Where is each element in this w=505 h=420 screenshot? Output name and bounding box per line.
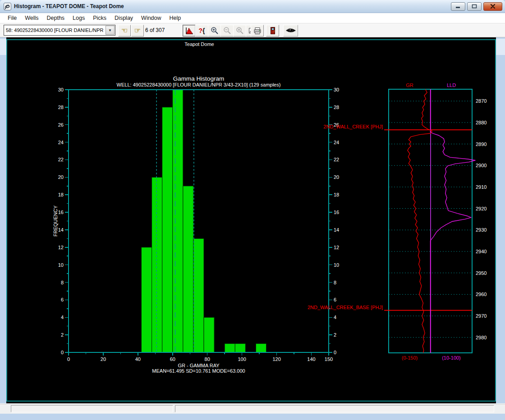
print-button[interactable] <box>251 25 264 37</box>
depth-label: 2920 <box>476 206 487 211</box>
lld-curve <box>431 89 476 353</box>
lld-scale-label: (10-100) <box>442 355 461 361</box>
app-icon <box>4 3 11 10</box>
menu-item-help[interactable]: Help <box>165 14 185 22</box>
zoom-in-button[interactable] <box>208 25 221 37</box>
y-tick-label-left: 14 <box>58 227 64 233</box>
pick-label: 2ND_WALL_CREEK [PHJ] <box>323 124 383 129</box>
y-tick-label-left: 28 <box>58 105 64 110</box>
close-button[interactable] <box>483 2 502 11</box>
window-frame-left <box>0 37 6 403</box>
x-tick-label: 150 <box>325 356 333 362</box>
pick-label: 2ND_WALL_CREEK_BASE [PHJ] <box>308 305 383 310</box>
histogram-plot-window: Teapot DomeGamma HistogramWELL: 49025228… <box>6 39 496 402</box>
y-tick-label-left: 24 <box>58 140 64 145</box>
histogram-button[interactable] <box>183 25 196 37</box>
y-tick-label-right: 14 <box>334 227 339 233</box>
depth-label: 2950 <box>476 270 487 276</box>
y-tick-label-left: 16 <box>58 210 64 215</box>
menu-item-wells[interactable]: Wells <box>21 14 42 22</box>
status-panel-left <box>11 405 173 412</box>
chevron-down-icon[interactable]: ▼ <box>106 26 115 35</box>
eye-icon <box>285 27 296 34</box>
histogram-bar <box>204 317 214 352</box>
histogram-bar <box>225 344 235 352</box>
menu-bar: FileWellsDepthsLogsPicksDisplayWindowHel… <box>0 13 505 23</box>
y-tick-label-left: 4 <box>61 315 64 320</box>
y-tick-label-left: 6 <box>61 297 64 302</box>
status-panel-right <box>175 405 494 412</box>
gr-curve <box>408 89 432 353</box>
query-pick-button[interactable]: ?{ <box>195 25 208 37</box>
histogram-bar <box>193 238 204 352</box>
chart-subtitle: WELL: 49025228430000 [FLOUR DANIEL/NPR 3… <box>117 82 281 87</box>
histogram-bar <box>162 107 173 352</box>
y-tick-label-left: 8 <box>61 280 64 285</box>
maximize-icon <box>472 4 477 9</box>
y-tick-label-left: 12 <box>58 245 64 250</box>
app-window: Histogram - TEAPOT DOME - Teapot Dome Fi… <box>0 0 505 420</box>
y-tick-label-right: 28 <box>334 105 339 110</box>
well-selector-value: 58: 49025228430000 [FLOUR DANIEL/NPR <box>4 27 106 33</box>
maximize-button[interactable] <box>467 2 482 11</box>
y-tick-label-right: 18 <box>334 192 339 197</box>
histogram-bar <box>256 344 266 352</box>
y-tick-label-left: 10 <box>58 262 64 268</box>
y-axis-label: FREQUENCY <box>53 205 58 237</box>
menu-item-file[interactable]: File <box>4 14 21 22</box>
view-button[interactable] <box>283 25 298 37</box>
y-tick-label-right: 22 <box>334 157 339 162</box>
y-tick-label-right: 24 <box>334 140 339 145</box>
y-tick-label-left: 22 <box>58 157 64 162</box>
x-tick-label: 120 <box>272 356 280 362</box>
y-tick-label-left: 20 <box>58 174 64 180</box>
menu-item-picks[interactable]: Picks <box>89 14 110 22</box>
zoom-out-button[interactable] <box>220 25 234 37</box>
x-tick-label: 0 <box>67 356 70 362</box>
next-well-hand-icon: ☞ <box>134 27 141 34</box>
exit-button[interactable] <box>266 25 279 37</box>
well-selector[interactable]: 58: 49025228430000 [FLOUR DANIEL/NPR ▼ <box>4 25 115 36</box>
histogram-bar <box>183 186 193 352</box>
minimize-button[interactable] <box>451 2 465 11</box>
close-icon <box>490 4 496 9</box>
y-tick-label-right: 12 <box>334 245 339 250</box>
window-frame-bottom <box>0 414 505 420</box>
x-axis-label: GR - GAMMA RAY <box>178 363 220 368</box>
lld-header: LLD <box>447 82 456 88</box>
menu-item-display[interactable]: Display <box>110 14 137 22</box>
mdi-client-area: Teapot DomeGamma HistogramWELL: 49025228… <box>6 37 496 403</box>
depth-label: 2980 <box>476 335 487 340</box>
status-bar <box>0 403 505 414</box>
minimize-icon <box>455 4 461 9</box>
y-tick-label-right: 4 <box>334 315 336 320</box>
zoom-out-icon <box>223 27 231 35</box>
depth-label: 2870 <box>476 98 487 104</box>
mdi-row: Teapot DomeGamma HistogramWELL: 49025228… <box>0 37 505 403</box>
prev-well-button[interactable]: ☜ <box>118 25 131 37</box>
y-tick-label-left: 30 <box>58 87 64 92</box>
zoom-cancel-icon <box>236 27 244 35</box>
histogram-bar <box>173 90 183 352</box>
zoom-cancel-button[interactable] <box>233 25 246 37</box>
zoom-in-icon <box>211 27 219 35</box>
stats-label: MEAN=61.495 SD=10.761 MODE=63.000 <box>152 368 245 374</box>
histogram-bar <box>235 344 245 352</box>
menu-item-logs[interactable]: Logs <box>69 14 89 22</box>
toolbar: 58: 49025228430000 [FLOUR DANIEL/NPR ▼ ☜… <box>0 23 505 37</box>
y-tick-label-right: 30 <box>334 87 339 92</box>
menu-item-depths[interactable]: Depths <box>43 14 69 22</box>
exit-door-icon <box>269 27 276 35</box>
histogram-bar <box>152 177 162 352</box>
depth-label: 2970 <box>476 313 487 319</box>
menu-item-window[interactable]: Window <box>137 14 165 22</box>
y-tick-label-right: 0 <box>334 350 336 355</box>
well-position-counter: 6 of 307 <box>145 23 165 37</box>
histogram-bar <box>142 247 152 352</box>
next-well-button[interactable]: ☞ <box>131 25 144 37</box>
x-tick-label: 80 <box>205 356 210 362</box>
window-title: Histogram - TEAPOT DOME - Teapot Dome <box>14 3 449 9</box>
y-tick-label-left: 18 <box>58 192 64 197</box>
y-tick-label-left: 2 <box>61 332 64 338</box>
depth-label: 2900 <box>476 163 487 168</box>
